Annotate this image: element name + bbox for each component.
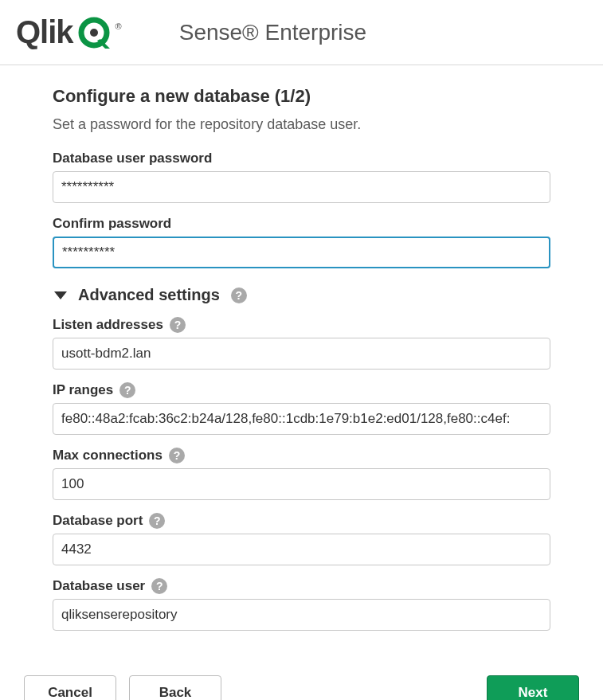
help-icon[interactable]: ? — [119, 382, 135, 398]
db-password-input[interactable] — [53, 171, 550, 203]
help-icon[interactable]: ? — [151, 578, 167, 594]
ip-ranges-label: IP ranges — [53, 382, 113, 398]
confirm-password-label: Confirm password — [53, 216, 171, 232]
help-icon[interactable]: ? — [231, 287, 247, 303]
help-icon[interactable]: ? — [149, 513, 165, 529]
max-connections-input[interactable] — [53, 468, 550, 500]
footer-buttons: Cancel Back Next — [0, 659, 603, 700]
field-ip-ranges: IP ranges ? — [53, 382, 550, 435]
back-button[interactable]: Back — [129, 675, 221, 700]
field-max-connections: Max connections ? — [53, 448, 550, 500]
field-database-port: Database port ? — [53, 513, 550, 565]
database-user-label: Database user — [53, 578, 145, 594]
field-listen-addresses: Listen addresses ? — [53, 317, 550, 370]
confirm-password-input[interactable] — [53, 237, 550, 268]
caret-down-icon — [54, 291, 67, 299]
page-subtitle: Set a password for the repository databa… — [53, 116, 550, 133]
qlik-logo: Qlik ® — [16, 14, 122, 50]
field-database-user: Database user ? — [53, 578, 550, 631]
database-port-input[interactable] — [53, 534, 550, 565]
listen-addresses-label: Listen addresses — [53, 317, 163, 333]
page-title: Configure a new database (1/2) — [53, 86, 550, 107]
field-confirm-password: Confirm password — [53, 216, 550, 268]
app-header: Qlik ® Sense® Enterprise — [0, 0, 603, 65]
help-icon[interactable]: ? — [170, 317, 186, 333]
help-icon[interactable]: ? — [169, 448, 185, 463]
db-password-label: Database user password — [53, 151, 212, 166]
listen-addresses-input[interactable] — [53, 338, 550, 370]
field-db-password: Database user password — [53, 151, 550, 203]
cancel-button[interactable]: Cancel — [24, 675, 116, 700]
next-button[interactable]: Next — [487, 675, 579, 700]
advanced-settings-title: Advanced settings — [78, 286, 220, 304]
database-port-label: Database port — [53, 513, 143, 529]
product-title: Sense® Enterprise — [179, 20, 366, 45]
database-user-input[interactable] — [53, 599, 550, 631]
registered-mark: ® — [116, 22, 122, 31]
svg-point-1 — [90, 29, 98, 37]
qlik-q-icon — [78, 17, 110, 49]
advanced-settings-toggle[interactable]: Advanced settings ? — [53, 286, 550, 304]
qlik-wordmark: Qlik — [16, 14, 73, 50]
ip-ranges-input[interactable] — [53, 403, 550, 435]
max-connections-label: Max connections — [53, 448, 162, 463]
form-content: Configure a new database (1/2) Set a pas… — [0, 65, 603, 659]
